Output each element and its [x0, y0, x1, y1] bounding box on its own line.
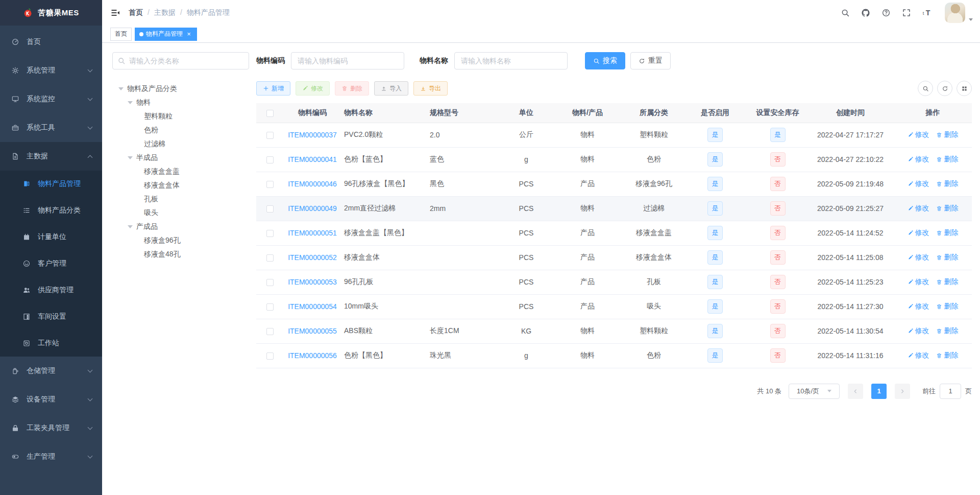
search-icon[interactable]: [841, 8, 850, 17]
category-search-input[interactable]: [112, 52, 249, 69]
select-all-checkbox[interactable]: [266, 110, 274, 117]
material-code-link[interactable]: ITEM00000049: [288, 204, 337, 213]
row-edit-button[interactable]: 修改: [908, 130, 929, 139]
sidebar-item[interactable]: 计量单位: [0, 224, 102, 250]
avatar[interactable]: [945, 3, 965, 23]
column-settings-button[interactable]: [957, 81, 972, 96]
row-delete-button[interactable]: 删除: [936, 351, 958, 360]
row-checkbox[interactable]: [266, 328, 274, 335]
reset-button[interactable]: 重置: [630, 52, 671, 69]
tab[interactable]: 首页: [110, 28, 132, 41]
row-edit-button[interactable]: 修改: [908, 155, 929, 164]
material-code-input[interactable]: [291, 52, 404, 69]
row-delete-button[interactable]: 删除: [936, 326, 958, 336]
tree-caret-icon[interactable]: [128, 101, 133, 104]
row-edit-button[interactable]: 修改: [908, 326, 929, 336]
sidebar-item[interactable]: 系统管理: [0, 56, 102, 85]
github-icon[interactable]: [861, 8, 870, 17]
tree-node[interactable]: 半成品: [112, 151, 249, 164]
sidebar-item[interactable]: 车间设置: [0, 303, 102, 330]
row-checkbox[interactable]: [266, 230, 274, 237]
refresh-table-button[interactable]: [937, 81, 952, 96]
goto-page-input[interactable]: [940, 384, 961, 399]
user-menu[interactable]: [945, 3, 973, 23]
breadcrumb-item[interactable]: 首页: [129, 8, 143, 17]
prev-page-button[interactable]: [848, 384, 863, 399]
material-code-link[interactable]: ITEM00000037: [288, 131, 337, 139]
row-checkbox[interactable]: [266, 156, 274, 163]
material-code-link[interactable]: ITEM00000052: [288, 253, 337, 262]
tree-node[interactable]: 移液盒盒盖: [112, 164, 249, 178]
tab-close-icon[interactable]: [185, 30, 192, 38]
row-delete-button[interactable]: 删除: [936, 204, 958, 213]
import-button[interactable]: 导入: [374, 81, 408, 96]
tree-node[interactable]: 孔板: [112, 192, 249, 206]
next-page-button[interactable]: [895, 384, 910, 399]
sidebar-item[interactable]: 仓储管理: [0, 357, 102, 385]
breadcrumb-item[interactable]: 主数据: [148, 8, 176, 17]
material-code-link[interactable]: ITEM00000056: [288, 351, 337, 360]
sidebar-item[interactable]: 工装夹具管理: [0, 414, 102, 442]
help-icon[interactable]: [881, 8, 891, 17]
row-edit-button[interactable]: 修改: [908, 302, 929, 311]
sidebar-item[interactable]: 工作站: [0, 330, 102, 357]
row-delete-button[interactable]: 删除: [936, 179, 958, 188]
row-delete-button[interactable]: 删除: [936, 228, 958, 238]
row-delete-button[interactable]: 删除: [936, 253, 958, 262]
sidebar-toggle-icon[interactable]: [110, 8, 120, 18]
row-checkbox[interactable]: [266, 279, 274, 286]
material-code-link[interactable]: ITEM00000041: [288, 155, 337, 163]
row-delete-button[interactable]: 删除: [936, 277, 958, 287]
tree-caret-icon[interactable]: [118, 87, 124, 90]
tree-node[interactable]: 吸头: [112, 206, 249, 220]
sidebar-item[interactable]: 主数据: [0, 142, 102, 171]
add-button[interactable]: 新增: [256, 81, 290, 96]
delete-button[interactable]: 删除: [335, 81, 369, 96]
material-code-link[interactable]: ITEM00000055: [288, 327, 337, 335]
row-checkbox[interactable]: [266, 181, 274, 188]
page-size-select[interactable]: 10条/页: [789, 384, 840, 399]
row-checkbox[interactable]: [266, 132, 274, 139]
tree-node[interactable]: 移液盒盒体: [112, 178, 249, 192]
row-delete-button[interactable]: 删除: [936, 302, 958, 311]
material-code-link[interactable]: ITEM00000051: [288, 229, 337, 237]
breadcrumb-item[interactable]: 物料产品管理: [180, 8, 230, 17]
material-code-link[interactable]: ITEM00000046: [288, 180, 337, 188]
sidebar-item[interactable]: 供应商管理: [0, 277, 102, 303]
row-delete-button[interactable]: 删除: [936, 130, 958, 139]
toggle-search-button[interactable]: [918, 81, 933, 96]
tree-node[interactable]: 移液盒48孔: [112, 247, 249, 261]
sidebar-item[interactable]: 系统监控: [0, 85, 102, 113]
sidebar-item[interactable]: 客户管理: [0, 250, 102, 277]
sidebar-item[interactable]: 设备管理: [0, 385, 102, 414]
current-page-button[interactable]: 1: [871, 384, 887, 399]
tree-node[interactable]: 移液盒96孔: [112, 233, 249, 247]
row-edit-button[interactable]: 修改: [908, 253, 929, 262]
row-edit-button[interactable]: 修改: [908, 179, 929, 188]
font-size-icon[interactable]: [922, 8, 933, 18]
export-button[interactable]: 导出: [413, 81, 448, 96]
row-edit-button[interactable]: 修改: [908, 228, 929, 238]
tree-caret-icon[interactable]: [128, 225, 133, 228]
material-code-link[interactable]: ITEM00000054: [288, 302, 337, 311]
app-logo[interactable]: 苦糖果MES: [0, 0, 102, 26]
material-name-input[interactable]: [454, 52, 568, 69]
material-code-link[interactable]: ITEM00000053: [288, 278, 337, 286]
row-checkbox[interactable]: [266, 303, 274, 311]
row-delete-button[interactable]: 删除: [936, 155, 958, 164]
row-edit-button[interactable]: 修改: [908, 351, 929, 360]
tree-node[interactable]: 过滤棉: [112, 137, 249, 151]
tree-node[interactable]: 物料: [112, 96, 249, 109]
sidebar-item[interactable]: 首页: [0, 28, 102, 56]
sidebar-item[interactable]: 物料产品分类: [0, 197, 102, 224]
tree-node[interactable]: 色粉: [112, 123, 249, 137]
row-checkbox[interactable]: [266, 254, 274, 262]
fullscreen-icon[interactable]: [902, 8, 911, 17]
row-checkbox[interactable]: [266, 352, 274, 360]
tree-node[interactable]: 物料及产品分类: [112, 82, 249, 96]
tree-caret-icon[interactable]: [128, 156, 133, 159]
row-checkbox[interactable]: [266, 205, 274, 213]
tree-node[interactable]: 塑料颗粒: [112, 109, 249, 123]
tree-node[interactable]: 产成品: [112, 220, 249, 233]
sidebar-item[interactable]: 物料产品管理: [0, 171, 102, 197]
